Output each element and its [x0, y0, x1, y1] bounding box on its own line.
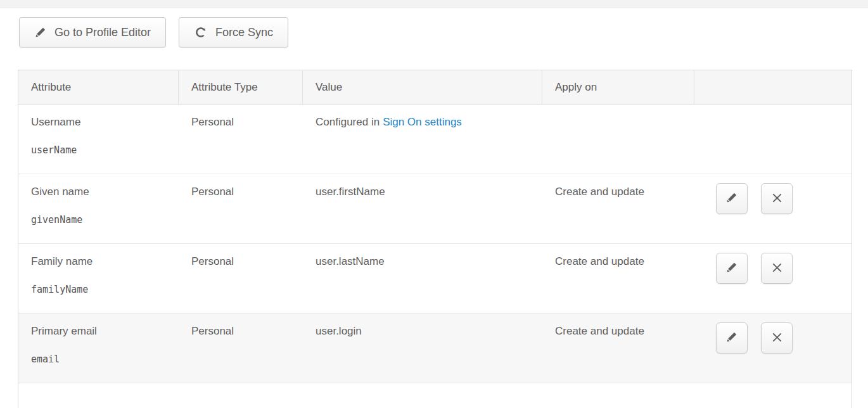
attribute-type: Personal	[179, 314, 303, 383]
edit-attribute-button[interactable]	[716, 183, 748, 214]
apply-on-value: Create and update	[542, 244, 694, 313]
pencil-icon	[725, 191, 738, 206]
delete-attribute-button[interactable]	[761, 253, 793, 284]
attribute-label: Family name	[31, 255, 179, 268]
header-apply-on: Apply on	[542, 70, 694, 104]
force-sync-label: Force Sync	[215, 26, 273, 39]
attribute-variable-name: userName	[31, 144, 179, 156]
table-row-given-name: Given name givenName Personal user.first…	[18, 174, 852, 244]
toolbar: Go to Profile Editor Force Sync	[19, 17, 288, 48]
header-value: Value	[303, 70, 542, 104]
table-header-row: Attribute Attribute Type Value Apply on	[18, 70, 852, 105]
table-row-username: Username userName Personal Configured in…	[18, 105, 852, 174]
delete-attribute-button[interactable]	[761, 183, 793, 214]
header-attribute: Attribute	[18, 70, 179, 104]
attribute-variable-name: familyName	[31, 284, 179, 295]
attribute-type: Personal	[179, 244, 303, 313]
top-divider-strip	[0, 0, 868, 8]
table-row-primary-email: Primary email email Personal user.login …	[18, 314, 852, 383]
go-to-profile-editor-button[interactable]: Go to Profile Editor	[19, 17, 166, 48]
row-actions	[694, 174, 852, 243]
go-to-profile-editor-label: Go to Profile Editor	[54, 26, 151, 39]
refresh-icon	[194, 25, 208, 39]
empty-next-row	[18, 383, 852, 408]
apply-on-value: Create and update	[542, 174, 694, 243]
table-row-family-name: Family name familyName Personal user.las…	[18, 244, 852, 314]
value-text: Configured in	[316, 116, 380, 128]
close-icon	[771, 331, 783, 345]
mapping-value: user.firstName	[303, 174, 542, 243]
edit-attribute-button[interactable]	[716, 253, 748, 284]
pencil-icon	[725, 261, 738, 276]
sign-on-settings-link[interactable]: Sign On settings	[383, 116, 462, 128]
force-sync-button[interactable]: Force Sync	[179, 17, 288, 48]
mapping-value: user.login	[303, 314, 542, 383]
header-attribute-type: Attribute Type	[179, 70, 303, 104]
pencil-icon	[725, 331, 738, 345]
row-actions	[694, 105, 852, 174]
apply-on-value: Create and update	[542, 314, 694, 383]
mapping-value: user.lastName	[303, 244, 542, 313]
attribute-type: Personal	[179, 105, 303, 174]
attribute-variable-name: email	[31, 354, 179, 365]
attribute-mappings-table: Attribute Attribute Type Value Apply on …	[18, 70, 852, 408]
attribute-variable-name: givenName	[31, 214, 179, 226]
attribute-label: Primary email	[31, 325, 179, 338]
close-icon	[771, 262, 783, 276]
row-actions	[694, 314, 852, 383]
attribute-label: Given name	[31, 186, 179, 198]
attribute-label: Username	[31, 116, 179, 129]
header-actions	[694, 70, 852, 104]
pencil-icon	[34, 26, 47, 39]
row-actions	[694, 244, 852, 313]
edit-attribute-button[interactable]	[716, 322, 748, 354]
close-icon	[771, 192, 783, 206]
apply-on-value	[542, 105, 694, 174]
attribute-type: Personal	[179, 174, 303, 243]
delete-attribute-button[interactable]	[761, 322, 793, 354]
